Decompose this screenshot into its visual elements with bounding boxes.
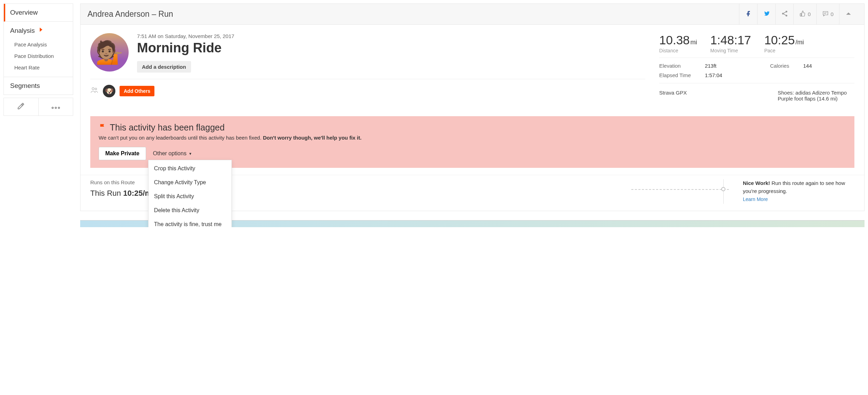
add-description-button[interactable]: Add a description [137, 61, 191, 73]
menu-item-crop[interactable]: Crop this Activity [149, 162, 231, 176]
flagged-title: This activity has been flagged [110, 122, 224, 133]
stat-pace-value: 10:25 [764, 33, 795, 47]
stat-moving-time: 1:48:17 Moving Time [710, 33, 751, 53]
sidebar-item-segments[interactable]: Segments [4, 77, 73, 95]
stat-calories-value: 144 [803, 63, 854, 69]
pencil-icon [17, 102, 25, 112]
svg-point-6 [92, 88, 94, 90]
thumbs-up-icon [799, 10, 806, 18]
share-button[interactable] [775, 4, 793, 25]
people-icon [90, 87, 99, 96]
menu-item-split[interactable]: Split this Activity [149, 189, 231, 203]
stat-elapsed-label: Elapsed Time [659, 72, 691, 78]
add-others-button[interactable]: Add Others [120, 86, 154, 96]
participant-avatar[interactable]: 🐶 [103, 85, 115, 97]
svg-point-5 [785, 15, 787, 16]
stats-primary: 10.38mi Distance 1:48:17 Moving Time 10:… [659, 33, 854, 58]
other-options-dropdown[interactable]: Other options ▼ [152, 147, 193, 160]
sidebar-item-heart-rate[interactable]: Heart Rate [4, 62, 73, 73]
stat-pace: 10:25/mi Pace [764, 33, 804, 53]
sidebar: Overview Analysis Pace Analysis Pace Dis… [3, 3, 73, 211]
share-facebook-button[interactable] [739, 4, 757, 25]
svg-point-7 [95, 88, 97, 90]
avatar[interactable]: 💁🏽 [90, 33, 129, 72]
stat-elevation-value: 213ft [705, 63, 756, 69]
stat-calories-label: Calories [770, 63, 789, 69]
activity-timestamp: 7:51 AM on Saturday, November 25, 2017 [137, 33, 234, 39]
collapse-button[interactable] [839, 4, 857, 25]
comments-count: 0 [831, 11, 833, 17]
caret-up-icon [845, 10, 852, 18]
gear-row: Strava GPX Shoes: adidas Adizero Tempo P… [659, 83, 854, 108]
gpx-export-link[interactable]: Strava GPX [659, 90, 757, 102]
svg-point-0 [52, 107, 53, 109]
sidebar-item-overview[interactable]: Overview [4, 4, 73, 22]
stat-moving-value: 1:48:17 [710, 33, 751, 47]
facebook-icon [745, 10, 752, 18]
kudos-button[interactable]: 0 [793, 4, 816, 25]
learn-more-link[interactable]: Learn More [743, 196, 768, 202]
sidebar-label-analysis: Analysis [10, 27, 35, 35]
svg-point-1 [55, 107, 56, 109]
comments-button[interactable]: 0 [816, 4, 839, 25]
more-horizontal-icon [51, 103, 60, 111]
stat-distance-value: 10.38 [659, 33, 690, 47]
menu-item-change-type[interactable]: Change Activity Type [149, 176, 231, 189]
other-options-menu: Crop this Activity Change Activity Type … [148, 160, 232, 227]
route-chart [631, 179, 729, 204]
menu-item-trust[interactable]: The activity is fine, trust me [149, 217, 231, 227]
sidebar-item-analysis[interactable]: Analysis [4, 22, 73, 37]
header-bar: Andrea Anderson – Run [81, 4, 864, 25]
stats-secondary: Elevation 213ft Calories 144 Elapsed Tim… [659, 58, 854, 83]
caret-down-icon: ▼ [189, 152, 192, 156]
svg-point-4 [782, 13, 784, 15]
kudos-count: 0 [808, 11, 810, 17]
route-nice-work: Nice Work! Run this route again to see h… [743, 179, 854, 195]
twitter-icon [763, 10, 770, 18]
share-icon [781, 10, 788, 18]
menu-item-delete[interactable]: Delete this Activity [149, 203, 231, 217]
make-private-button[interactable]: Make Private [99, 147, 146, 160]
page-title: Andrea Anderson – Run [87, 9, 739, 19]
main-panel: Andrea Anderson – Run [80, 3, 865, 211]
svg-point-2 [58, 107, 60, 109]
activity-title: Morning Ride [137, 40, 234, 55]
more-button[interactable] [39, 98, 73, 115]
sidebar-item-pace-analysis[interactable]: Pace Analysis [4, 39, 73, 50]
comment-icon [822, 10, 829, 18]
shoes-gear: Shoes: adidas Adizero Tempo Purple foot … [778, 90, 854, 102]
flag-icon [99, 122, 106, 133]
stat-elevation-label: Elevation [659, 63, 691, 69]
flagged-banner: This activity has been flagged We can't … [90, 116, 854, 168]
sidebar-label-segments: Segments [10, 82, 40, 89]
svg-point-3 [785, 11, 787, 13]
sidebar-label-overview: Overview [10, 9, 38, 16]
flagged-message: We can't put you on any leaderboards unt… [99, 135, 846, 141]
chevron-right-icon [38, 27, 44, 35]
sidebar-item-pace-distribution[interactable]: Pace Distribution [4, 50, 73, 62]
edit-button[interactable] [4, 98, 39, 115]
stat-distance: 10.38mi Distance [659, 33, 697, 53]
share-twitter-button[interactable] [757, 4, 775, 25]
stat-elapsed-value: 1:57:04 [705, 72, 756, 78]
